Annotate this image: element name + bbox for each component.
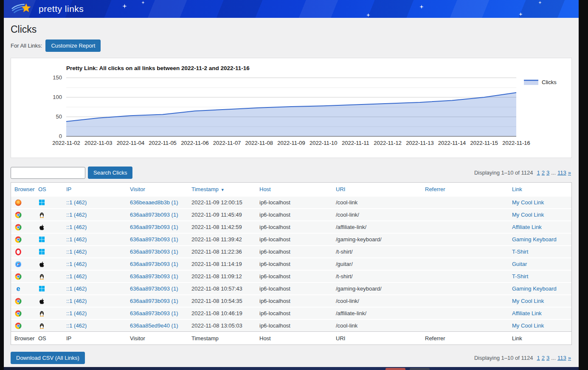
- ip-link[interactable]: ::1 (462): [66, 249, 130, 255]
- host-cell: ip6-localhost: [259, 310, 336, 316]
- download-csv-button[interactable]: Download CSV (All Links): [11, 352, 85, 364]
- column-header-ip[interactable]: IP: [66, 186, 130, 192]
- column-header-host[interactable]: Host: [259, 186, 336, 192]
- windows-icon: [38, 285, 45, 292]
- ip-link[interactable]: ::1 (462): [66, 285, 130, 292]
- page-2-link[interactable]: 2: [542, 355, 545, 361]
- page-113-link[interactable]: 113: [557, 169, 566, 176]
- sparkle-icon: [538, 1, 542, 4]
- ip-link[interactable]: ::1 (462): [66, 236, 130, 243]
- chrome-icon: [14, 211, 22, 218]
- footer-column-host: Host: [259, 335, 336, 342]
- footer-column-uri: URI: [336, 335, 425, 342]
- timestamp-cell: 2022-11-08 11:22:36: [191, 249, 259, 255]
- timestamp-cell: 2022-11-08 10:57:43: [191, 285, 259, 292]
- footer-column-browser: Browser: [14, 335, 38, 342]
- page-ellipsis: ...: [551, 355, 556, 361]
- search-input[interactable]: [11, 167, 85, 179]
- pretty-link-name-link[interactable]: Affiliate Link: [512, 224, 571, 230]
- svg-text:2022-11-08: 2022-11-08: [245, 140, 273, 146]
- customize-report-button[interactable]: Customize Report: [45, 40, 101, 52]
- timestamp-cell: 2022-11-08 10:46:19: [191, 310, 259, 316]
- ip-link[interactable]: ::1 (462): [66, 322, 130, 329]
- displaying-text: Displaying 1–10 of 1124: [474, 169, 533, 176]
- timestamp-cell: 2022-11-08 13:05:03: [191, 322, 259, 329]
- timestamp-cell: 2022-11-08 10:54:35: [191, 298, 259, 304]
- svg-text:2022-11-09: 2022-11-09: [277, 140, 305, 146]
- visitor-link[interactable]: 636aa8973b093 (1): [130, 212, 191, 218]
- page-113-link[interactable]: 113: [557, 355, 566, 361]
- visitor-link[interactable]: 636aa8973b093 (1): [130, 310, 191, 316]
- firefox-icon: [14, 199, 22, 206]
- visitor-link[interactable]: 636aa8973b093 (1): [130, 249, 191, 255]
- svg-text:0: 0: [59, 133, 62, 139]
- pretty-link-name-link[interactable]: Gaming Keyboard: [512, 285, 571, 292]
- visitor-link[interactable]: 636aa85ed9e40 (1): [130, 322, 191, 329]
- pretty-link-name-link[interactable]: Affiliate Link: [512, 310, 571, 316]
- uri-cell: /cool-link: [336, 199, 425, 206]
- pretty-link-name-link[interactable]: T-Shirt: [512, 273, 571, 280]
- column-header-timestamp[interactable]: Timestamp▼: [191, 186, 259, 192]
- svg-text:50: 50: [56, 113, 62, 120]
- page-1-link[interactable]: 1: [537, 355, 540, 361]
- svg-text:150: 150: [53, 74, 62, 81]
- svg-text:2022-11-13: 2022-11-13: [406, 140, 434, 146]
- visitor-link[interactable]: 636aa8973b093 (1): [130, 236, 191, 243]
- ip-link[interactable]: ::1 (462): [66, 199, 130, 206]
- visitor-link[interactable]: 636beaaed8b3b (1): [130, 199, 191, 206]
- column-header-browser[interactable]: Browser: [14, 186, 38, 192]
- pretty-link-name-link[interactable]: Gaming Keyboard: [512, 236, 571, 243]
- ip-link[interactable]: ::1 (462): [66, 310, 130, 316]
- ip-link[interactable]: ::1 (462): [66, 212, 130, 218]
- ip-link[interactable]: ::1 (462): [66, 224, 130, 230]
- svg-text:2022-11-02: 2022-11-02: [52, 140, 80, 146]
- column-header-visitor[interactable]: Visitor: [130, 186, 191, 192]
- column-header-referrer[interactable]: Referrer: [425, 186, 512, 192]
- ip-link[interactable]: ::1 (462): [66, 273, 130, 280]
- visitor-link[interactable]: 636aa8973b093 (1): [130, 261, 191, 267]
- host-cell: ip6-localhost: [259, 224, 336, 230]
- uri-cell: /affiliate-link/: [336, 310, 425, 316]
- logo-text: pretty links: [39, 4, 84, 14]
- pretty-link-name-link[interactable]: My Cool Link: [512, 212, 571, 218]
- column-header-uri[interactable]: URI: [336, 186, 425, 192]
- ip-link[interactable]: ::1 (462): [66, 261, 130, 267]
- footer-column-ip: IP: [66, 335, 130, 342]
- windows-icon: [38, 236, 45, 243]
- pretty-link-name-link[interactable]: T-Shirt: [512, 249, 571, 255]
- uri-cell: /cool-link: [336, 322, 425, 329]
- visitor-link[interactable]: 636aa8973b093 (1): [130, 273, 191, 280]
- column-header-link[interactable]: Link: [512, 186, 571, 192]
- table-row: ::1 (462)636aa8973b093 (1)2022-11-08 10:…: [11, 307, 571, 319]
- pagination-bottom: Displaying 1–10 of 1124 123...113»: [474, 355, 572, 361]
- chart-panel: Pretty Link: All clicks on all links bet…: [11, 58, 572, 158]
- pretty-link-name-link[interactable]: My Cool Link: [512, 199, 571, 206]
- pretty-link-name-link[interactable]: My Cool Link: [512, 322, 571, 329]
- visitor-link[interactable]: 636aa8973b093 (1): [130, 224, 191, 230]
- displaying-text: Displaying 1–10 of 1124: [474, 355, 533, 361]
- footer-column-timestamp: Timestamp: [191, 335, 259, 342]
- page-1-link[interactable]: 1: [537, 169, 540, 176]
- pretty-link-name-link[interactable]: My Cool Link: [512, 298, 571, 304]
- visitor-link[interactable]: 636aa8973b093 (1): [130, 285, 191, 292]
- bottom-strip: [4, 367, 579, 370]
- footer-column-os: OS: [38, 335, 66, 342]
- search-clicks-button[interactable]: Search Clicks: [88, 167, 132, 179]
- table-row: ::1 (462)636beaaed8b3b (1)2022-11-09 12:…: [11, 196, 571, 208]
- page-links: 123...113»: [536, 355, 572, 361]
- svg-text:2022-11-07: 2022-11-07: [213, 140, 241, 146]
- page-3-link[interactable]: 3: [546, 355, 549, 361]
- visitor-link[interactable]: 636aa8973b093 (1): [130, 298, 191, 304]
- ip-link[interactable]: ::1 (462): [66, 298, 130, 304]
- page-3-link[interactable]: 3: [546, 169, 549, 176]
- linux-icon: [38, 211, 45, 218]
- footer-column-visitor: Visitor: [130, 335, 191, 342]
- page-2-link[interactable]: 2: [542, 169, 545, 176]
- next-page-link[interactable]: »: [568, 169, 571, 176]
- pretty-link-name-link[interactable]: Guitar: [512, 261, 571, 267]
- timestamp-cell: 2022-11-08 11:42:59: [191, 224, 259, 230]
- next-page-link[interactable]: »: [568, 355, 571, 361]
- svg-text:Pretty Link: All clicks on all: Pretty Link: All clicks on all links bet…: [66, 65, 250, 71]
- column-header-os[interactable]: OS: [38, 186, 66, 192]
- apple-icon: [38, 260, 45, 268]
